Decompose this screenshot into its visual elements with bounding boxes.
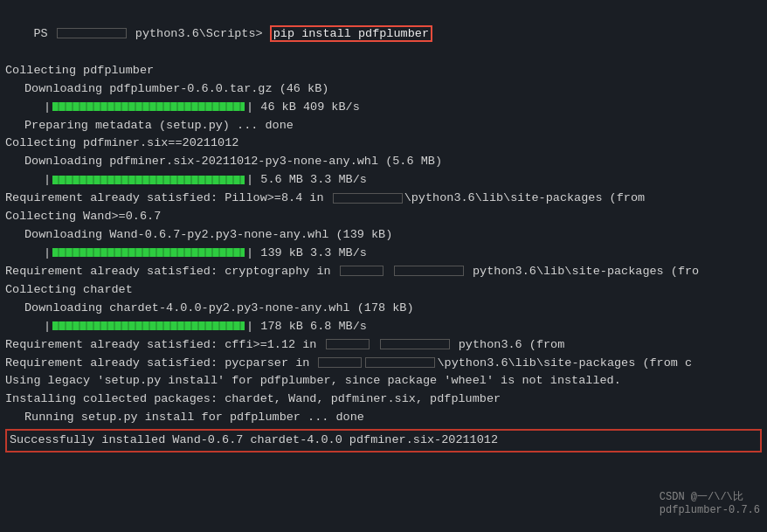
command-highlight: pip install pdfplumber	[270, 25, 432, 42]
redacted-pyc2	[365, 357, 435, 368]
success-line: Successfully installed Wand-0.6.7 charde…	[5, 429, 762, 453]
line-downloading-chardet: Downloading chardet-4.0.0-py2.py3-none-a…	[5, 300, 762, 318]
bar-pipe-3: |	[44, 246, 51, 259]
redacted-cffi1	[326, 339, 370, 349]
pycparser-path: \python3.6\lib\site-packages (from c	[437, 356, 692, 370]
progress-bar-2-line: || 5.6 MB 3.3 MB/s	[5, 171, 762, 190]
watermark: CSDN @一/\/\比pdfplumber-0.7.6	[660, 489, 760, 516]
line-installing: Installing collected packages: chardet, …	[5, 390, 762, 409]
line-collecting-pdfminer: Collecting pdfminer.six==20211012	[5, 135, 762, 153]
line-collecting-chardet: Collecting chardet	[5, 281, 762, 300]
bar-pipe-1: |	[44, 100, 51, 114]
redacted-pillow	[333, 193, 403, 204]
progress-bar-3-line: || 139 kB 3.3 MB/s	[5, 245, 762, 263]
bar-pipe-end-1: |	[246, 100, 253, 114]
line-req-cffi: Requirement already satisfied: cffi>=1.1…	[5, 336, 762, 355]
redacted-pyc1	[318, 357, 362, 368]
scripts-path: python3.6\Scripts>	[128, 27, 270, 40]
line-running-setup: Running setup.py install for pdfplumber …	[5, 409, 762, 427]
prompt-line: PS python3.6\Scripts> pip install pdfplu…	[5, 7, 762, 62]
bar-pipe-4: |	[44, 320, 51, 333]
cffi-path: python3.6 (from	[452, 338, 565, 351]
redacted-path-1	[57, 28, 127, 38]
line-req-cryptography: Requirement already satisfied: cryptogra…	[5, 263, 762, 281]
bar-stats-4: 178 kB 6.8 MB/s	[253, 320, 367, 333]
bar-pipe-end-3: |	[246, 246, 253, 259]
bar-stats-2: 5.6 MB 3.3 MB/s	[253, 173, 367, 186]
ps-prompt: PS	[33, 27, 54, 40]
line-req-pycparser: Requirement already satisfied: pycparser…	[5, 355, 762, 373]
bar-pipe-2: |	[44, 173, 51, 186]
progress-bar-3	[52, 248, 245, 257]
progress-bar-2	[52, 176, 245, 184]
bar-pipe-end-4: |	[246, 320, 253, 333]
line-downloading-wand: Downloading Wand-0.6.7-py2.py3-none-any.…	[5, 226, 762, 245]
line-collecting-wand: Collecting Wand>=0.6.7	[5, 208, 762, 226]
progress-bar-4	[52, 321, 245, 330]
line-collecting-pdfplumber: Collecting pdfplumber	[5, 62, 762, 80]
redacted-crypto2	[394, 266, 464, 276]
redacted-crypto1	[340, 266, 384, 276]
bar-stats-3: 139 kB 3.3 MB/s	[253, 246, 367, 259]
line-req-pillow: Requirement already satisfied: Pillow>=8…	[5, 190, 762, 208]
bar-stats-1: 46 kB 409 kB/s	[253, 100, 360, 114]
bar-pipe-end-2: |	[246, 173, 253, 186]
progress-bar-4-line: || 178 kB 6.8 MB/s	[5, 318, 762, 336]
line-downloading-pdfplumber: Downloading pdfplumber-0.6.0.tar.gz (46 …	[5, 80, 762, 99]
redacted-cffi2	[380, 339, 450, 349]
progress-bar-1	[52, 102, 245, 111]
terminal-window: PS python3.6\Scripts> pip install pdfplu…	[0, 0, 767, 532]
crypto-path: python3.6\lib\site-packages (fro	[466, 265, 699, 278]
line-downloading-pdfminer: Downloading pdfminer.six-20211012-py3-no…	[5, 153, 762, 171]
line-legacy: Using legacy 'setup.py install' for pdfp…	[5, 372, 762, 390]
line-preparing-metadata: Preparing metadata (setup.py) ... done	[5, 117, 762, 135]
pillow-path: \python3.6\lib\site-packages (from	[404, 191, 645, 204]
progress-bar-1-line: || 46 kB 409 kB/s	[5, 99, 762, 117]
